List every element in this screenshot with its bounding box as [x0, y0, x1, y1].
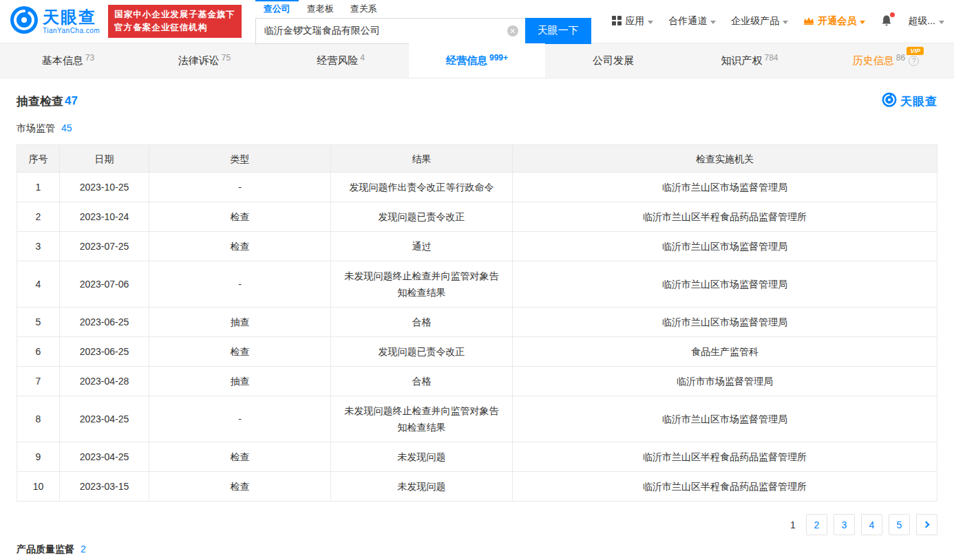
tab-intellectual-property[interactable]: 知识产权 784 — [681, 43, 818, 78]
cell-seq: 6 — [17, 337, 60, 367]
cell-result: 合格 — [331, 367, 513, 396]
nav-partner[interactable]: 合作通道 — [668, 15, 716, 28]
search-area: 查公司 查老板 查关系 ✕ 天眼一下 — [255, 0, 591, 44]
cell-agency: 临沂市兰山区半程食品药品监督管理所 — [513, 442, 937, 472]
cell-type: 抽查 — [149, 308, 331, 337]
notification-bell[interactable] — [880, 14, 893, 29]
cell-type: - — [149, 396, 331, 442]
search-tabs: 查公司 查老板 查关系 — [255, 0, 591, 18]
cell-seq: 9 — [17, 442, 60, 472]
tianyancha-logo[interactable]: 天眼查 TianYanCha.com — [10, 6, 100, 37]
section-count: 47 — [65, 94, 78, 108]
cell-agency: 食品生产监管科 — [513, 337, 937, 367]
cell-agency: 临沂市兰山区半程食品药品监督管理所 — [513, 472, 937, 502]
cell-agency: 临沂市兰山区市场监督管理局 — [513, 173, 937, 202]
cert-line-1: 国家中小企业发展子基金旗下 — [114, 8, 235, 21]
nav-open-vip[interactable]: 开通会员 — [803, 15, 865, 28]
top-header: 天眼查 TianYanCha.com 国家中小企业发展子基金旗下 官方备案企业征… — [0, 0, 954, 43]
inspection-table: 序号 日期 类型 结果 检查实施机关 1 2023-10-25 - 发现问题作出… — [17, 144, 937, 502]
table-row: 2 2023-10-24 检查 发现问题已责令改正 临沂市兰山区半程食品药品监督… — [17, 202, 937, 232]
tab-count: 73 — [85, 53, 94, 63]
cell-result: 未发现问题终止检查并向监管对象告知检查结果 — [331, 261, 513, 308]
table-row: 5 2023-06-25 抽查 合格 临沂市兰山区市场监督管理局 — [17, 308, 937, 337]
cell-date: 2023-07-25 — [60, 232, 149, 261]
page-4-button[interactable]: 4 — [861, 514, 882, 535]
tab-basic-info[interactable]: 基本信息 73 — [0, 43, 136, 78]
cell-agency: 临沂市兰山区半程食品药品监督管理所 — [513, 202, 937, 232]
cell-date: 2023-04-25 — [60, 396, 149, 442]
cell-agency: 临沂市兰山区市场监督管理局 — [513, 308, 937, 337]
cell-type: 检查 — [149, 472, 331, 502]
section-title: 抽查检查 — [17, 94, 63, 109]
nav-apps-label: 应用 — [625, 15, 644, 28]
brand-name: 天眼查 — [43, 9, 100, 25]
cell-seq: 1 — [17, 173, 60, 202]
table-row: 4 2023-07-06 - 未发现问题终止检查并向监管对象告知检查结果 临沂市… — [17, 261, 937, 308]
nav-apps[interactable]: 应用 — [612, 15, 653, 28]
col-seq: 序号 — [17, 145, 60, 173]
help-icon[interactable]: ? — [909, 56, 919, 66]
cell-type: 检查 — [149, 442, 331, 472]
cell-result: 未发现问题 — [331, 442, 513, 472]
col-agency: 检查实施机关 — [513, 145, 937, 173]
table-row: 6 2023-06-25 检查 发现问题已责令改正 食品生产监管科 — [17, 337, 937, 367]
nav-partner-label: 合作通道 — [668, 15, 707, 28]
col-date: 日期 — [60, 145, 149, 173]
cell-date: 2023-10-25 — [60, 173, 149, 202]
search-tab-boss[interactable]: 查老板 — [299, 0, 342, 18]
cell-seq: 3 — [17, 232, 60, 261]
company-tab-bar: 基本信息 73 法律诉讼 75 经营风险 4 经营信息 999+ 公司发展 知识… — [0, 43, 954, 78]
table-row: 8 2023-04-25 - 未发现问题终止检查并向监管对象告知检查结果 临沂市… — [17, 396, 937, 442]
clear-icon[interactable]: ✕ — [507, 25, 518, 36]
table-row: 3 2023-07-25 检查 通过 临沂市兰山区市场监督管理局 — [17, 232, 937, 261]
cell-agency: 临沂市兰山区市场监督管理局 — [513, 261, 937, 308]
cell-seq: 5 — [17, 308, 60, 337]
cell-agency: 临沂市兰山区市场监督管理局 — [513, 396, 937, 442]
tab-business-info[interactable]: 经营信息 999+ — [409, 43, 545, 78]
tab-history-info[interactable]: VIP 历史信息 86 ? — [818, 43, 954, 78]
tianyancha-watermark-icon — [882, 92, 897, 110]
cell-type: - — [149, 173, 331, 202]
certification-badge: 国家中小企业发展子基金旗下 官方备案企业征信机构 — [108, 5, 242, 38]
search-input[interactable] — [255, 18, 525, 44]
cell-result: 发现问题已责令改正 — [331, 337, 513, 367]
notification-dot — [890, 12, 895, 17]
nav-enterprise-label: 企业级产品 — [731, 15, 779, 28]
cell-date: 2023-04-25 — [60, 442, 149, 472]
footer-section-count: 2 — [81, 543, 86, 554]
tab-count: 4 — [360, 53, 365, 63]
tab-label: 历史信息 — [853, 54, 894, 67]
search-tab-relation[interactable]: 查关系 — [342, 0, 385, 18]
nav-super-vip[interactable]: 超级... — [908, 15, 944, 28]
cell-type: 抽查 — [149, 367, 331, 396]
chevron-down-icon — [860, 21, 865, 24]
tab-label: 知识产权 — [721, 54, 762, 67]
chevron-down-icon — [710, 21, 716, 24]
chevron-down-icon — [939, 21, 944, 24]
tab-legal-litigation[interactable]: 法律诉讼 75 — [136, 43, 273, 78]
page-2-button[interactable]: 2 — [806, 514, 827, 535]
nav-enterprise[interactable]: 企业级产品 — [731, 15, 788, 28]
cell-result: 未发现问题终止检查并向监管对象告知检查结果 — [331, 396, 513, 442]
cell-date: 2023-06-25 — [60, 308, 149, 337]
tab-label: 公司发展 — [593, 54, 634, 67]
tab-operating-risk[interactable]: 经营风险 4 — [273, 43, 409, 78]
cell-date: 2023-10-24 — [60, 202, 149, 232]
pagination: 1 2 3 4 5 — [17, 514, 937, 535]
cell-type: 检查 — [149, 232, 331, 261]
cell-seq: 10 — [17, 472, 60, 502]
search-button[interactable]: 天眼一下 — [525, 18, 591, 44]
search-tab-company[interactable]: 查公司 — [255, 0, 299, 18]
col-result: 结果 — [331, 145, 513, 173]
footer-section-title: 产品质量监督 — [17, 543, 74, 554]
table-row: 7 2023-04-28 抽查 合格 临沂市市场监督管理局 — [17, 367, 937, 396]
table-row: 9 2023-04-25 检查 未发现问题 临沂市兰山区半程食品药品监督管理所 — [17, 442, 937, 472]
page-3-button[interactable]: 3 — [834, 514, 855, 535]
next-page-button[interactable] — [916, 514, 937, 535]
tab-company-development[interactable]: 公司发展 — [545, 43, 681, 78]
chevron-down-icon — [783, 21, 788, 24]
cert-line-2: 官方备案企业征信机构 — [114, 21, 235, 34]
page-5-button[interactable]: 5 — [889, 514, 910, 535]
tab-count: 86 — [896, 53, 905, 63]
nav-open-vip-label: 开通会员 — [818, 15, 856, 28]
